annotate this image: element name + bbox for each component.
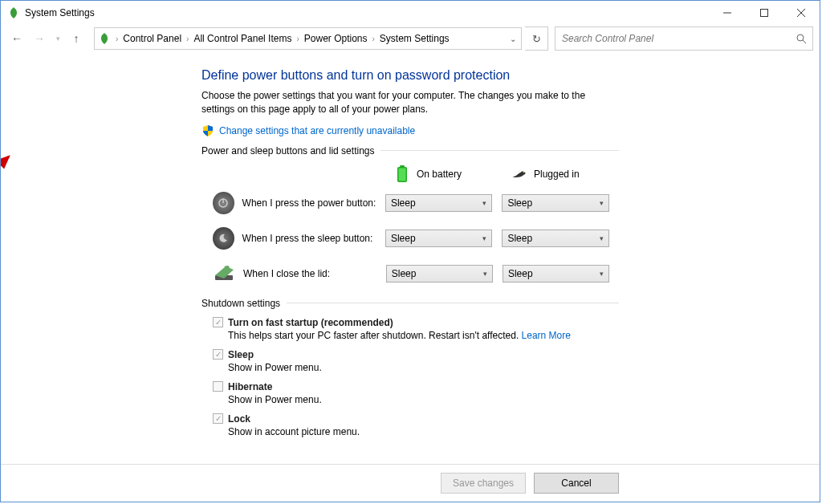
fast-startup-checkbox[interactable]: ✓ xyxy=(213,317,223,327)
breadcrumb-item[interactable]: Control Panel xyxy=(120,33,185,44)
chevron-down-icon: ▾ xyxy=(483,270,487,278)
chevron-down-icon: ▾ xyxy=(482,234,486,242)
fast-startup-label: Turn on fast startup (recommended) xyxy=(228,317,393,328)
svg-point-4 xyxy=(797,35,804,41)
shield-icon xyxy=(201,124,214,137)
group-title-shutdown: Shutdown settings xyxy=(201,298,619,309)
lock-item: ✓ Lock Show in account picture menu. xyxy=(213,413,619,437)
power-button-battery-dropdown[interactable]: Sleep ▾ xyxy=(385,194,493,212)
power-button-icon xyxy=(213,192,234,214)
svg-line-6 xyxy=(1,156,9,208)
learn-more-link[interactable]: Learn More xyxy=(522,330,571,341)
lid-icon xyxy=(213,262,235,285)
svg-rect-7 xyxy=(400,165,405,167)
addressbar[interactable]: › Control Panel › All Control Panel Item… xyxy=(94,27,522,50)
maximize-button[interactable] xyxy=(746,1,783,25)
search-icon[interactable] xyxy=(790,34,812,44)
addressbar-icon xyxy=(98,32,111,45)
save-button[interactable]: Save changes xyxy=(441,473,526,494)
svg-point-10 xyxy=(523,172,525,173)
power-button-plugged-dropdown[interactable]: Sleep ▾ xyxy=(502,194,609,212)
back-button[interactable]: ← xyxy=(7,29,26,48)
close-button[interactable] xyxy=(783,1,820,25)
search-box[interactable] xyxy=(555,26,813,51)
hibernate-desc: Show in Power menu. xyxy=(228,394,619,405)
svg-line-5 xyxy=(803,40,806,43)
chevron-down-icon: ▾ xyxy=(482,199,486,207)
minimize-button[interactable] xyxy=(709,1,746,25)
search-input[interactable] xyxy=(555,32,790,45)
hibernate-checkbox[interactable] xyxy=(213,381,223,392)
breadcrumb-item[interactable]: Power Options xyxy=(301,33,371,44)
chevron-right-icon: › xyxy=(295,35,300,43)
lid-battery-dropdown[interactable]: Sleep ▾ xyxy=(386,265,493,282)
breadcrumb-item[interactable]: System Settings xyxy=(376,33,453,44)
annotation-arrow-icon xyxy=(1,150,18,214)
lid-row: When I close the lid: Sleep ▾ Sleep ▾ xyxy=(201,262,619,285)
up-button[interactable]: ↑ xyxy=(67,29,86,48)
lock-checkbox[interactable]: ✓ xyxy=(213,413,223,424)
chevron-right-icon: › xyxy=(371,35,376,43)
sleep-button-plugged-dropdown[interactable]: Sleep ▾ xyxy=(502,230,609,247)
page-title: Define power buttons and turn on passwor… xyxy=(201,68,619,83)
bottombar: Save changes Cancel xyxy=(1,464,820,502)
plugged-in-label: Plugged in xyxy=(534,169,580,180)
breadcrumb-item[interactable]: All Control Panel Items xyxy=(190,33,295,44)
chevron-down-icon[interactable]: ⌄ xyxy=(510,35,516,43)
refresh-button[interactable]: ↻ xyxy=(525,26,548,51)
sleep-checkbox[interactable]: ✓ xyxy=(213,349,223,360)
chevron-right-icon: › xyxy=(114,35,120,43)
lock-desc: Show in account picture menu. xyxy=(228,426,619,437)
window-title: System Settings xyxy=(25,7,95,18)
fast-startup-desc: This helps start your PC faster after sh… xyxy=(228,330,619,341)
svg-rect-1 xyxy=(761,10,768,17)
page-subtitle: Choose the power settings that you want … xyxy=(201,89,619,116)
titlebar: System Settings xyxy=(1,1,820,25)
chevron-right-icon: › xyxy=(185,35,190,43)
power-button-label: When I press the power button: xyxy=(242,197,385,209)
sleep-desc: Show in Power menu. xyxy=(228,362,619,373)
sleep-button-battery-dropdown[interactable]: Sleep ▾ xyxy=(385,230,493,247)
app-icon xyxy=(7,6,20,19)
on-battery-label: On battery xyxy=(417,169,462,180)
sleep-label: Sleep xyxy=(228,349,254,360)
group-title-buttons-lid: Power and sleep buttons and lid settings xyxy=(201,145,619,156)
columns-header: On battery Plugged in xyxy=(201,166,619,182)
sleep-button-row: When I press the sleep button: Sleep ▾ S… xyxy=(201,227,619,250)
power-button-row: When I press the power button: Sleep ▾ S… xyxy=(201,192,619,214)
content-area: Define power buttons and turn on passwor… xyxy=(1,52,820,464)
chevron-down-icon: ▾ xyxy=(600,234,604,242)
chevron-down-icon: ▾ xyxy=(600,270,604,278)
plug-icon xyxy=(511,166,527,182)
battery-icon xyxy=(394,166,410,182)
lid-label: When I close the lid: xyxy=(243,268,386,279)
sleep-item: ✓ Sleep Show in Power menu. xyxy=(213,349,619,373)
cancel-button[interactable]: Cancel xyxy=(534,473,619,494)
fast-startup-item: ✓ Turn on fast startup (recommended) Thi… xyxy=(213,317,619,341)
svg-rect-9 xyxy=(399,168,406,181)
sleep-button-label: When I press the sleep button: xyxy=(242,233,385,244)
window: System Settings ← → ▾ ↑ › Control Panel … xyxy=(0,0,820,502)
change-settings-link[interactable]: Change settings that are currently unava… xyxy=(219,125,415,136)
forward-button[interactable]: → xyxy=(30,29,49,48)
hibernate-label: Hibernate xyxy=(228,381,272,392)
recent-dropdown[interactable]: ▾ xyxy=(52,29,63,48)
hibernate-item: Hibernate Show in Power menu. xyxy=(213,381,619,405)
sleep-button-icon xyxy=(213,227,234,250)
lock-label: Lock xyxy=(228,413,250,425)
navbar: ← → ▾ ↑ › Control Panel › All Control Pa… xyxy=(1,25,820,52)
chevron-down-icon: ▾ xyxy=(600,199,604,207)
lid-plugged-dropdown[interactable]: Sleep ▾ xyxy=(503,265,609,282)
